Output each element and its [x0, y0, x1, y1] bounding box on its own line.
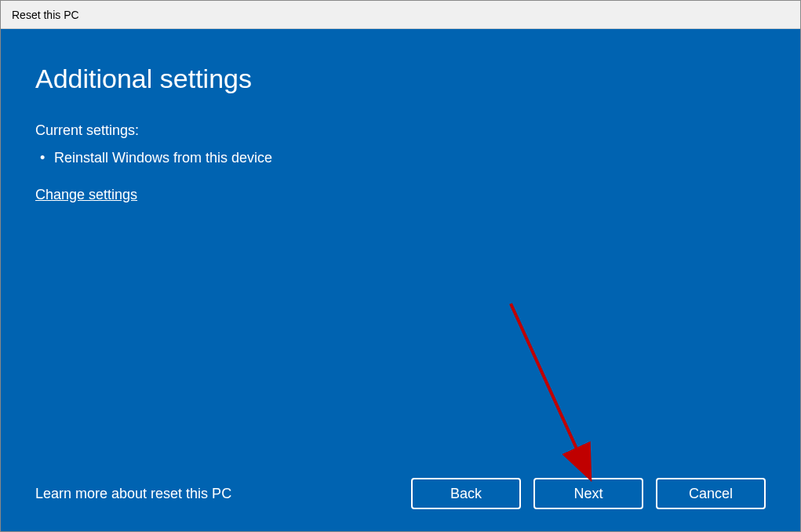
dialog-footer: Learn more about reset this PC Back Next…: [35, 465, 766, 509]
dialog-content: Additional settings Current settings: Re…: [1, 29, 800, 531]
learn-more-link[interactable]: Learn more about reset this PC: [35, 486, 231, 502]
page-heading: Additional settings: [35, 64, 766, 94]
settings-item: Reinstall Windows from this device: [35, 150, 766, 166]
window-title: Reset this PC: [12, 9, 79, 21]
cancel-button[interactable]: Cancel: [656, 478, 766, 509]
change-settings-link[interactable]: Change settings: [35, 187, 137, 203]
next-button[interactable]: Next: [533, 478, 643, 509]
title-bar: Reset this PC: [1, 1, 800, 29]
svg-line-1: [511, 304, 589, 476]
current-settings-label: Current settings:: [35, 122, 766, 139]
settings-list: Reinstall Windows from this device: [35, 150, 766, 166]
reset-pc-dialog: Reset this PC Additional settings Curren…: [0, 0, 801, 532]
button-row: Back Next Cancel: [411, 478, 766, 509]
back-button[interactable]: Back: [411, 478, 521, 509]
